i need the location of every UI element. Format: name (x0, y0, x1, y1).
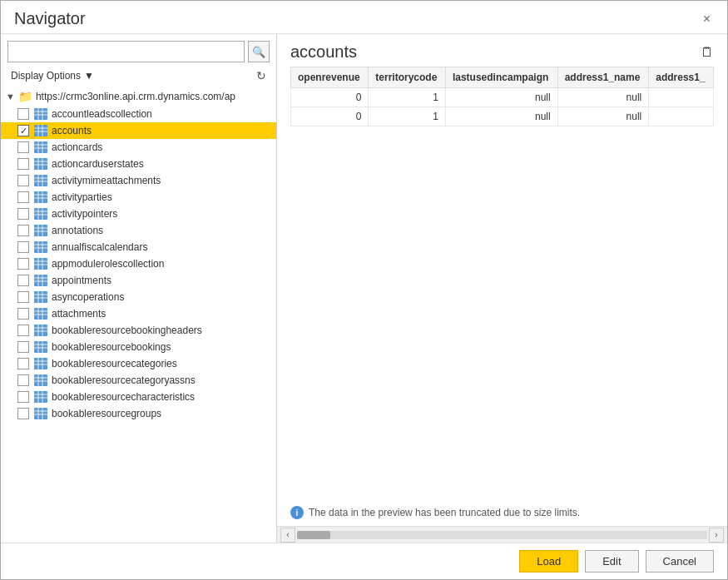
tree-root-node[interactable]: ▼ 📁 https://crmc3online.api.crm.dynamics… (1, 87, 276, 106)
table-cell: null (557, 88, 649, 107)
load-button[interactable]: Load (519, 550, 578, 573)
search-input[interactable] (7, 41, 245, 62)
dialog-body: 🔍 Display Options ▼ ↻ ▼ 📁 https (1, 34, 727, 543)
tree-item-label: bookableresourcebookingheaders (52, 325, 202, 336)
tree-item[interactable]: activitymimeattachments (1, 172, 276, 189)
tree-expand-arrow: ▼ (6, 92, 15, 102)
tree-item-checkbox[interactable] (17, 391, 29, 403)
tree-item-checkbox[interactable] (17, 374, 29, 386)
tree-item[interactable]: annotations (1, 222, 276, 239)
tree-item-checkbox[interactable] (17, 158, 29, 170)
table-icon (34, 158, 47, 170)
search-button[interactable]: 🔍 (248, 41, 270, 62)
tree-item-checkbox[interactable] (17, 325, 29, 336)
tree-item[interactable]: accountleadscollection (1, 106, 276, 122)
cancel-button[interactable]: Cancel (646, 550, 714, 573)
table-column-header: lastusedincampaign (445, 67, 557, 88)
svg-rect-5 (34, 125, 47, 136)
table-column-header: openrevenue (291, 67, 369, 88)
tree-area[interactable]: ▼ 📁 https://crmc3online.api.crm.dynamics… (1, 87, 276, 543)
table-icon (34, 374, 47, 386)
info-icon: i (290, 506, 304, 519)
tree-item-label: asyncoperations (52, 291, 124, 303)
tree-item[interactable]: asyncoperations (1, 289, 276, 305)
search-icon: 🔍 (252, 46, 265, 58)
edit-button[interactable]: Edit (585, 550, 638, 573)
tree-item[interactable]: bookableresourcebookingheaders (1, 322, 276, 339)
tree-item[interactable]: actioncards (1, 139, 276, 156)
tree-item-label: actioncards (52, 141, 102, 153)
tree-item-label: annotations (52, 225, 103, 236)
tree-item-checkbox[interactable] (17, 258, 29, 270)
scroll-track[interactable] (297, 531, 707, 539)
dialog-footer: Load Edit Cancel (1, 543, 727, 579)
tree-item[interactable]: actioncarduserstates (1, 156, 276, 172)
table-icon (34, 358, 47, 369)
tree-item[interactable]: activitypointers (1, 206, 276, 222)
tree-item[interactable]: activityparties (1, 189, 276, 206)
tree-item-checkbox[interactable] (17, 108, 29, 120)
svg-rect-0 (34, 108, 47, 120)
tree-item-label: bookableresourcebookings (52, 341, 171, 353)
tree-list: accountleadscollection✓ accounts actionc… (1, 106, 276, 422)
folder-icon: 📁 (18, 90, 32, 103)
svg-rect-55 (34, 291, 47, 303)
tree-item-checkbox[interactable] (17, 241, 29, 253)
tree-item-checkbox[interactable] (17, 291, 29, 303)
tree-item-checkbox[interactable] (17, 175, 29, 186)
refresh-button[interactable]: ↻ (253, 67, 270, 84)
data-table: openrevenueterritorycodelastusedincampai… (290, 67, 714, 126)
table-cell: 0 (291, 88, 369, 107)
close-button[interactable]: × (700, 11, 714, 27)
horizontal-scrollbar[interactable]: ‹ › (277, 526, 727, 543)
tree-item[interactable]: attachments (1, 305, 276, 322)
right-panel-title: accounts (290, 42, 357, 62)
tree-item-checkbox[interactable] (17, 408, 29, 419)
tree-item[interactable]: bookableresourcecharacteristics (1, 389, 276, 405)
tree-item-label: bookableresourcegroups (52, 408, 161, 419)
tree-item-label: attachments (52, 308, 106, 320)
table-row: 01nullnull (291, 107, 714, 126)
tree-item[interactable]: ✓ accounts (1, 122, 276, 139)
tree-item-checkbox[interactable] (17, 208, 29, 220)
tree-item[interactable]: bookableresourcecategories (1, 355, 276, 372)
tree-item-checkbox[interactable] (17, 191, 29, 203)
tree-item-checkbox[interactable] (17, 341, 29, 353)
svg-rect-10 (34, 141, 47, 153)
display-options-arrow-icon: ▼ (84, 70, 94, 82)
data-table-container[interactable]: openrevenueterritorycodelastusedincampai… (277, 67, 727, 499)
tree-item[interactable]: annualfiscalcalendars (1, 239, 276, 255)
tree-item-label: annualfiscalcalendars (52, 241, 147, 253)
scroll-right-button[interactable]: › (709, 528, 724, 543)
table-icon (34, 141, 47, 153)
display-options-button[interactable]: Display Options ▼ (7, 68, 97, 83)
scroll-left-button[interactable]: ‹ (280, 528, 295, 543)
svg-rect-45 (34, 258, 47, 270)
svg-rect-80 (34, 374, 47, 386)
svg-rect-25 (34, 191, 47, 203)
tree-item[interactable]: appointments (1, 272, 276, 289)
tree-item-checkbox[interactable]: ✓ (17, 125, 29, 136)
export-button[interactable]: 🗒 (701, 45, 714, 60)
table-cell: null (557, 107, 649, 126)
tree-item[interactable]: bookableresourcegroups (1, 405, 276, 422)
checkmark-icon: ✓ (20, 126, 27, 136)
search-bar: 🔍 (1, 34, 276, 66)
tree-item-checkbox[interactable] (17, 225, 29, 236)
scroll-thumb[interactable] (297, 531, 330, 539)
right-panel: accounts 🗒 openrevenueterritorycodelastu… (277, 34, 727, 543)
svg-rect-85 (34, 391, 47, 403)
table-icon (34, 391, 47, 403)
tree-item-checkbox[interactable] (17, 308, 29, 320)
tree-item-checkbox[interactable] (17, 275, 29, 286)
table-icon (34, 341, 47, 353)
tree-item-checkbox[interactable] (17, 358, 29, 369)
table-cell: null (445, 88, 557, 107)
tree-item-label: bookableresourcecategories (52, 358, 177, 369)
tree-item[interactable]: appmodulerolescollection (1, 255, 276, 272)
tree-item-label: appointments (52, 275, 111, 286)
table-icon (34, 125, 47, 136)
tree-item[interactable]: bookableresourcecategoryassns (1, 372, 276, 389)
tree-item-checkbox[interactable] (17, 141, 29, 153)
tree-item[interactable]: bookableresourcebookings (1, 339, 276, 355)
